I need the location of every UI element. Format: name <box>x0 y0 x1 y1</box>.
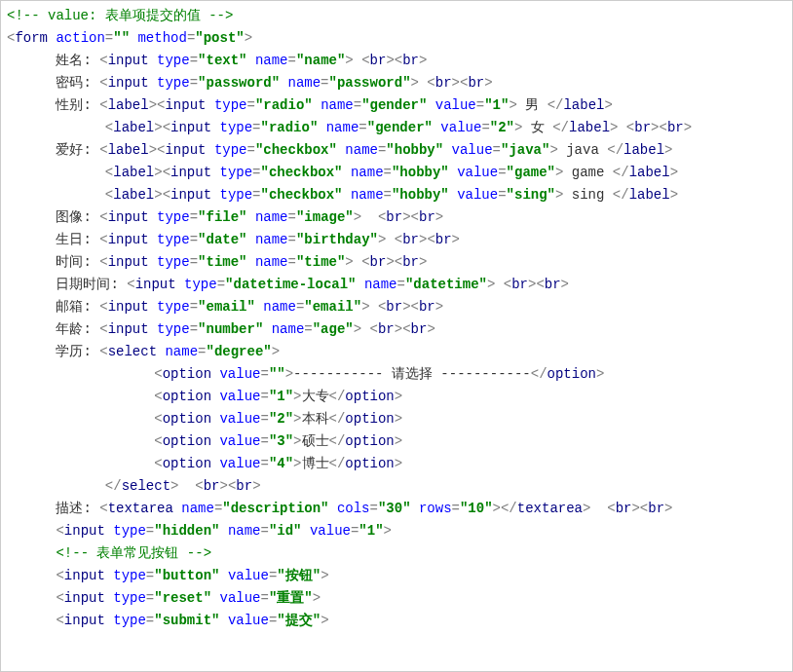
code-line: 生日: <input type="date" name="birthday"> … <box>7 229 786 251</box>
code-line: <form action="" method="post"> <box>7 27 786 50</box>
code-line: 描述: <textarea name="description" cols="3… <box>7 498 786 520</box>
code-line: <input type="reset" value="重置"> <box>7 587 786 610</box>
code-line: 爱好: <label><input type="checkbox" name="… <box>7 139 786 162</box>
code-line: <input type="hidden" name="id" value="1"… <box>7 520 786 542</box>
code-line: <option value="3">硕士</option> <box>7 430 786 453</box>
code-line: <!-- 表单常见按钮 --> <box>7 542 786 565</box>
code-line: <input type="button" value="按钮"> <box>7 565 786 587</box>
code-line: <!-- value: 表单项提交的值 --> <box>7 5 786 27</box>
code-line: 密码: <input type="password" name="passwor… <box>7 72 786 94</box>
code-line: <label><input type="radio" name="gender"… <box>7 117 786 139</box>
code-line: <option value="2">本科</option> <box>7 408 786 430</box>
code-line: <label><input type="checkbox" name="hobb… <box>7 184 786 206</box>
code-line: <option value="1">大专</option> <box>7 386 786 408</box>
code-line: 图像: <input type="file" name="image"> <br… <box>7 206 786 229</box>
code-line: <input type="submit" value="提交"> <box>7 610 786 632</box>
code-line: 日期时间: <input type="datetime-local" name=… <box>7 274 786 296</box>
code-line: <option value="4">博士</option> <box>7 453 786 475</box>
code-line: 学历: <select name="degree"> <box>7 341 786 363</box>
code-editor[interactable]: <!-- value: 表单项提交的值 --><form action="" m… <box>0 0 793 672</box>
code-line: 性别: <label><input type="radio" name="gen… <box>7 94 786 117</box>
code-line: 年龄: <input type="number" name="age"> <br… <box>7 318 786 341</box>
code-line: <option value="">----------- 请选择 -------… <box>7 363 786 386</box>
code-line: 邮箱: <input type="email" name="email"> <b… <box>7 296 786 318</box>
code-line: <label><input type="checkbox" name="hobb… <box>7 162 786 184</box>
code-line: 时间: <input type="time" name="time"> <br>… <box>7 251 786 274</box>
code-line: 姓名: <input type="text" name="name"> <br>… <box>7 50 786 72</box>
code-line: </select> <br><br> <box>7 475 786 498</box>
